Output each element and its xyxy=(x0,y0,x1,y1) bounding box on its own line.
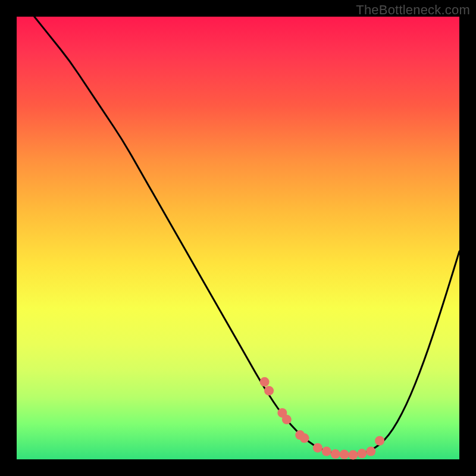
data-point xyxy=(260,377,270,387)
data-points xyxy=(260,377,384,460)
data-point xyxy=(300,433,309,443)
watermark-text: TheBottleneck.com xyxy=(356,2,470,18)
data-point xyxy=(340,450,349,459)
data-point xyxy=(357,449,367,458)
chart-svg xyxy=(17,17,459,459)
data-point xyxy=(282,415,292,424)
data-point xyxy=(264,386,274,396)
data-point xyxy=(313,443,322,453)
chart-area xyxy=(17,17,459,459)
data-point xyxy=(375,436,384,446)
data-point xyxy=(348,450,358,460)
bottleneck-curve xyxy=(35,17,459,455)
data-point xyxy=(331,449,340,459)
data-point xyxy=(322,447,331,456)
data-point xyxy=(366,447,375,456)
